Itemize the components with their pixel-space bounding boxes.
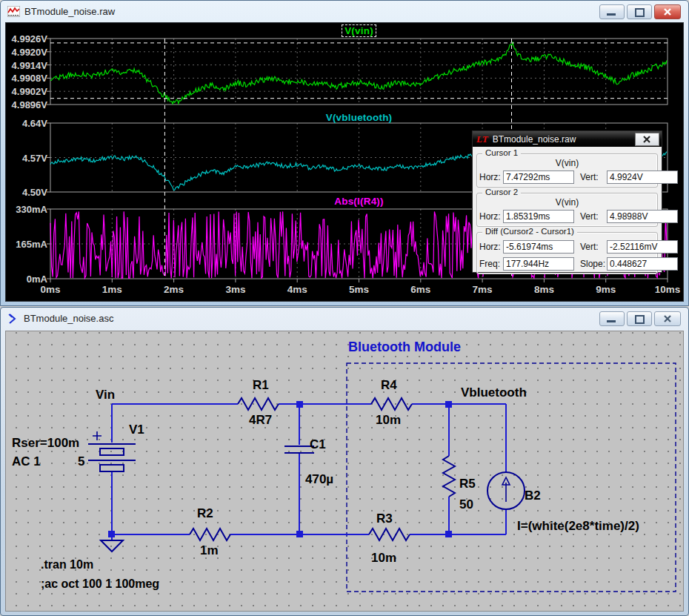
resistor-r4[interactable] <box>371 398 412 410</box>
restore-button[interactable] <box>627 4 652 19</box>
component-name-r3[interactable]: R3 <box>376 511 393 526</box>
cursor1-vert-field[interactable]: 4.9924V <box>607 170 678 184</box>
y-axis-tick-pane1-1[interactable]: 4.57V <box>6 153 47 164</box>
r3-value[interactable]: 10m <box>371 551 396 566</box>
cursor-dialog-close-button[interactable] <box>635 133 659 146</box>
y-axis-tick-pane0-4[interactable]: 4.9902V <box>6 86 47 97</box>
r4-value[interactable]: 10m <box>376 413 401 428</box>
component-name-c1[interactable]: C1 <box>310 437 326 452</box>
y-axis-tick-pane0-0[interactable]: 4.9926V <box>6 33 47 44</box>
resistor-r5[interactable] <box>443 456 455 497</box>
cursor-dialog-title: BTmodule_noise.raw <box>493 134 576 145</box>
diff-vert-field[interactable]: -2.52116mV <box>607 240 678 254</box>
restore-button[interactable] <box>627 311 652 326</box>
diff-horz-field[interactable]: -5.61974ms <box>503 240 574 254</box>
close-icon <box>636 133 659 145</box>
component-name-v1[interactable]: V1 <box>129 423 144 437</box>
y-axis-tick-pane0-3[interactable]: 4.9908V <box>6 73 47 84</box>
diff-freq-field[interactable]: 177.944Hz <box>503 257 574 271</box>
y-axis-tick-pane2-1[interactable]: 165mA <box>6 239 47 250</box>
cursor2-signal: V(vin) <box>479 197 655 208</box>
cursor1-vert-label: Vert: <box>580 172 607 182</box>
plus-sign <box>93 431 101 440</box>
component-name-r2[interactable]: R2 <box>197 506 213 521</box>
minimize-button[interactable] <box>599 311 625 326</box>
component-name-b2[interactable]: B2 <box>525 489 541 503</box>
resistor-r1[interactable] <box>238 398 279 410</box>
y-axis-tick-pane2-0[interactable]: 330mA <box>6 204 47 215</box>
x-axis-tick-1[interactable]: 1ms <box>96 284 128 295</box>
cursor2-vert-field[interactable]: 4.98988V <box>607 210 678 223</box>
x-axis-tick-5[interactable]: 5ms <box>343 284 376 295</box>
x-axis-tick-8[interactable]: 8ms <box>527 284 560 295</box>
y-axis-tick-pane0-2[interactable]: 4.9914V <box>6 60 47 71</box>
resistor-r3[interactable] <box>369 529 410 540</box>
v1-ac[interactable]: AC 1 <box>12 454 41 469</box>
pane-title-vin[interactable]: V(vin) <box>50 25 668 36</box>
directive-tran[interactable]: .tran 10m <box>41 558 93 572</box>
current-source-b2[interactable] <box>487 472 525 509</box>
x-axis-tick-2[interactable]: 2ms <box>158 284 190 295</box>
minimize-button[interactable] <box>599 4 625 19</box>
waveform-window-title: BTmodule_noise.raw <box>24 6 115 17</box>
diff-slope-field[interactable]: 0.448627 <box>607 257 678 271</box>
b2-function[interactable]: I=(white(2e8*time)/2) <box>517 519 639 534</box>
schematic-window: BTmodule_noise.asc <box>0 307 689 616</box>
directive-ac[interactable]: ;ac oct 100 1 100meg <box>41 577 159 591</box>
cursor1-horz-label: Horz: <box>479 172 503 182</box>
component-name-r4[interactable]: R4 <box>381 378 397 393</box>
diff-legend: Diff (Cursor2 - Cursor1) <box>482 227 577 236</box>
y-axis-tick-pane0-1[interactable]: 4.9920V <box>6 47 47 58</box>
close-icon <box>655 312 680 325</box>
trace-0[interactable] <box>50 42 667 104</box>
schematic-canvas[interactable]: VinV1Rser=100mAC 15R14R7C1470µR410mVblue… <box>5 331 684 612</box>
y-axis-tick-pane1-0[interactable]: 4.64V <box>6 118 47 129</box>
waveform-window-titlebar[interactable]: BTmodule_noise.raw <box>1 1 688 22</box>
close-icon <box>655 5 680 19</box>
c1-value[interactable]: 470µ <box>305 472 333 487</box>
x-axis-tick-10[interactable]: 10ms <box>651 284 684 295</box>
cursor-dialog: LT BTmodule_noise.raw Cursor 1 V(vin) Ho… <box>472 130 662 273</box>
y-axis-tick-pane2-2[interactable]: 0mA <box>6 274 47 285</box>
y-axis-tick-pane0-5[interactable]: 4.9896V <box>6 99 47 110</box>
cursor2-horz-label: Horz: <box>479 211 503 222</box>
r2-value[interactable]: 1m <box>200 543 219 558</box>
ltspice-logo-icon: LT <box>476 133 488 145</box>
y-axis-tick-pane1-2[interactable]: 4.50V <box>6 187 47 198</box>
diff-freq-label: Freq: <box>479 259 503 269</box>
waveform-icon <box>7 6 20 17</box>
close-button[interactable] <box>654 4 681 19</box>
x-axis-tick-0[interactable]: 0ms <box>34 284 67 295</box>
x-axis-tick-6[interactable]: 6ms <box>405 284 437 295</box>
cursor2-legend: Cursor 2 <box>482 188 521 196</box>
x-axis-tick-4[interactable]: 4ms <box>281 284 313 295</box>
close-button[interactable] <box>654 311 681 326</box>
cursor2-group: Cursor 2 V(vin) Horz: 1.85319ms Vert: 4.… <box>476 193 658 227</box>
diff-group: Diff (Cursor2 - Cursor1) Horz: -5.61974m… <box>476 232 658 274</box>
x-axis-tick-7[interactable]: 7ms <box>466 284 499 295</box>
ground-symbol[interactable] <box>101 540 123 552</box>
r1-value[interactable]: 4R7 <box>249 413 272 428</box>
pane-title-vbluetooth[interactable]: V(vbluetooth) <box>50 112 668 123</box>
schematic-icon <box>7 313 19 325</box>
schematic-window-title: BTmodule_noise.asc <box>24 313 113 324</box>
cursor1-legend: Cursor 1 <box>482 148 521 157</box>
cursor-dialog-titlebar[interactable]: LT BTmodule_noise.raw <box>473 131 662 147</box>
cursor1-horz-field[interactable]: 7.47292ms <box>503 170 574 184</box>
x-axis-tick-3[interactable]: 3ms <box>219 284 252 295</box>
module-title[interactable]: Bluetooth Module <box>348 340 461 355</box>
resistor-r2[interactable] <box>190 529 230 540</box>
schematic-window-titlebar[interactable]: BTmodule_noise.asc <box>1 308 688 329</box>
node-label-vin[interactable]: Vin <box>96 388 115 403</box>
x-axis-tick-9[interactable]: 9ms <box>590 284 622 295</box>
component-name-r1[interactable]: R1 <box>253 378 269 393</box>
cursor1-group: Cursor 1 V(vin) Horz: 7.47292ms Vert: 4.… <box>476 153 658 188</box>
r5-value[interactable]: 50 <box>459 497 473 512</box>
cursor2-horz-field[interactable]: 1.85319ms <box>503 210 574 223</box>
diff-vert-label: Vert: <box>580 242 607 252</box>
diff-slope-label: Slope: <box>580 259 607 269</box>
component-name-r5[interactable]: R5 <box>459 477 476 491</box>
v1-value[interactable]: 5 <box>78 454 84 469</box>
node-label-vbluetooth[interactable]: Vbluetooth <box>461 385 527 400</box>
v1-rser[interactable]: Rser=100m <box>12 436 79 451</box>
